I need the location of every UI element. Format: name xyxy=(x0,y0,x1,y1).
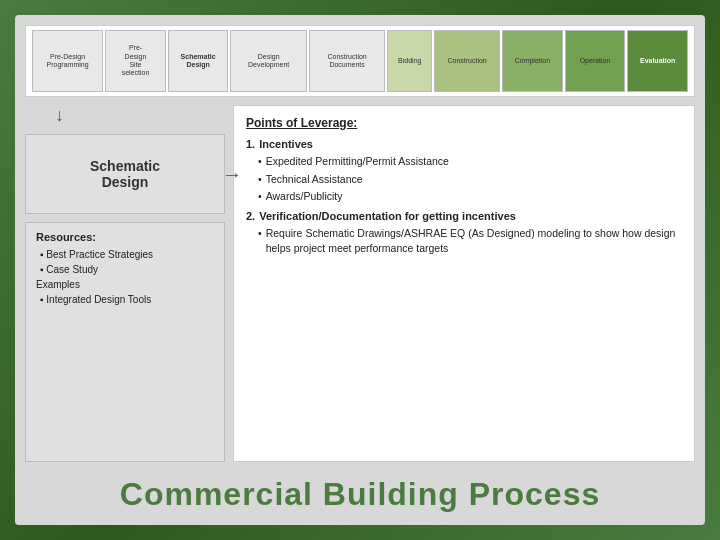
point1-bullet-2: • Technical Assistance xyxy=(258,172,682,187)
resources-box: Resources: ▪ Best Practice Strategies ▪ … xyxy=(25,222,225,462)
main-content: ↓ Schematic Design → Resources: ▪ Best P… xyxy=(25,105,695,462)
phase-pre-design: Pre-DesignSiteselection xyxy=(105,30,166,92)
phase-construction-documents: ConstructionDocuments xyxy=(309,30,385,92)
phase-design-development: DesignDevelopment xyxy=(230,30,306,92)
points-of-leverage-title: Points of Leverage: xyxy=(246,116,682,130)
point2-number: 2. xyxy=(246,210,255,222)
resources-title: Resources: xyxy=(36,231,214,243)
bullet-dot-icon: • xyxy=(258,226,262,255)
resource-item-1: ▪ Best Practice Strategies xyxy=(36,247,214,262)
point1-bullet-3: • Awards/Publicity xyxy=(258,189,682,204)
footer: Commercial Building Process xyxy=(25,470,695,515)
point2-header: 2. Verification/Documentation for gettin… xyxy=(246,210,682,222)
phase-completion: Completion xyxy=(502,30,563,92)
point2-bullet-1: • Require Schematic Drawings/ASHRAE EQ (… xyxy=(258,226,682,255)
phase-operation: Operation xyxy=(565,30,626,92)
point1-section: 1. Incentives • Expedited Permitting/Per… xyxy=(246,138,682,204)
phase-bidding: Bidding xyxy=(387,30,432,92)
schematic-design-label: Schematic Design xyxy=(90,158,160,190)
resource-item-4: ▪ Integrated Design Tools xyxy=(36,292,214,307)
point1-header: 1. Incentives xyxy=(246,138,682,150)
resource-item-2: ▪ Case Study xyxy=(36,262,214,277)
point1-bullet-1: • Expedited Permitting/Permit Assistance xyxy=(258,154,682,169)
phase-pre-design-programming: Pre-DesignProgramming xyxy=(32,30,103,92)
phase-evaluation: Evaluation xyxy=(627,30,688,92)
footer-text: Commercial Building Process xyxy=(25,476,695,513)
slide-container: Pre-DesignProgramming Pre-DesignSitesele… xyxy=(15,15,705,525)
bullet-dot-icon: • xyxy=(258,189,262,204)
right-panel: Points of Leverage: 1. Incentives • Expe… xyxy=(233,105,695,462)
bullet-dot-icon: • xyxy=(258,154,262,169)
point1-number: 1. xyxy=(246,138,255,150)
left-panel: ↓ Schematic Design → Resources: ▪ Best P… xyxy=(25,105,225,462)
point2-label: Verification/Documentation for getting i… xyxy=(259,210,516,222)
point2-section: 2. Verification/Documentation for gettin… xyxy=(246,210,682,255)
down-arrow-icon: ↓ xyxy=(55,105,225,126)
phase-schematic-design: SchematicDesign xyxy=(168,30,229,92)
point1-label: Incentives xyxy=(259,138,313,150)
bullet-dot-icon: • xyxy=(258,172,262,187)
resource-item-3: Examples xyxy=(36,277,214,292)
arrow-right-icon: → xyxy=(222,163,242,186)
schematic-design-box: Schematic Design → xyxy=(25,134,225,214)
phase-construction: Construction xyxy=(434,30,500,92)
timeline-bar: Pre-DesignProgramming Pre-DesignSitesele… xyxy=(25,25,695,97)
